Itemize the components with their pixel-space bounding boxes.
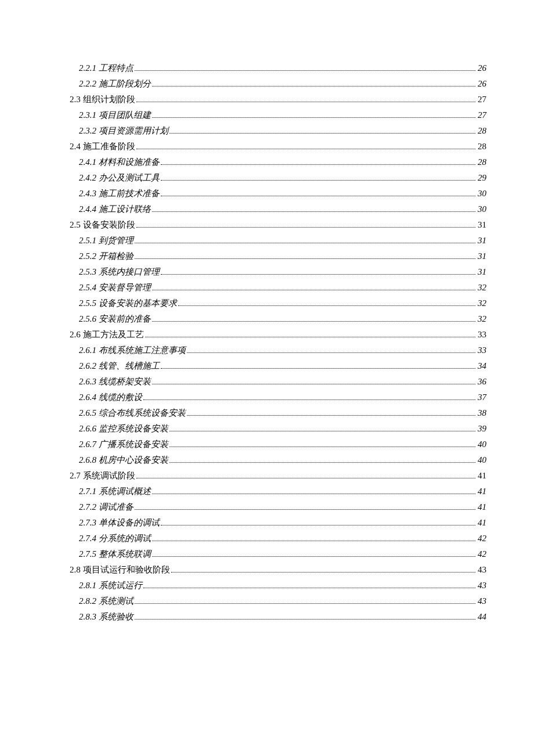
toc-entry-label: 2.6.6 监控系统设备安装 <box>79 423 168 434</box>
toc-leader-dots <box>152 86 475 87</box>
toc-entry-label: 2.6.8 机房中心设备安装 <box>79 455 168 466</box>
toc-entry-label: 2.4.2 办公及测试工具 <box>79 172 160 183</box>
toc-entry-page: 43 <box>478 581 486 591</box>
toc-leader-dots <box>161 525 475 525</box>
toc-entry: 2.8 项目试运行和验收阶段43 <box>70 564 486 575</box>
toc-entry-label: 2.5.6 安装前的准备 <box>79 314 151 325</box>
toc-entry: 2.6.3 线缆桥架安装36 <box>70 376 486 387</box>
toc-entry-page: 29 <box>478 173 486 183</box>
toc-entry: 2.6.7 广播系统设备安装40 <box>70 439 486 450</box>
toc-entry: 2.4.2 办公及测试工具29 <box>70 172 486 183</box>
toc-leader-dots <box>169 447 475 447</box>
toc-entry-label: 2.8.3 系统验收 <box>79 611 134 622</box>
toc-entry-page: 40 <box>478 440 486 449</box>
toc-entry: 2.8.2 系统测试43 <box>70 596 486 607</box>
toc-leader-dots <box>169 462 475 463</box>
toc-entry-label: 2.6.4 线缆的敷设 <box>79 392 142 403</box>
toc-entry-page: 31 <box>478 267 486 277</box>
toc-entry-page: 39 <box>478 424 486 434</box>
toc-entry: 2.6 施工方法及工艺33 <box>70 329 486 340</box>
toc-entry-page: 41 <box>478 502 486 512</box>
toc-entry: 2.2.2 施工阶段划分26 <box>70 78 486 89</box>
toc-entry-label: 2.4 施工准备阶段 <box>70 141 135 152</box>
toc-entry-label: 2.6.1 布线系统施工注意事项 <box>79 345 186 356</box>
toc-entry-page: 43 <box>478 596 486 606</box>
toc-entry-page: 33 <box>478 330 486 340</box>
toc-entry-label: 2.8 项目试运行和验收阶段 <box>70 564 170 575</box>
toc-entry-label: 2.6.3 线缆桥架安装 <box>79 376 151 387</box>
toc-leader-dots <box>135 603 475 604</box>
toc-entry-label: 2.7.5 整体系统联调 <box>79 549 151 560</box>
toc-leader-dots <box>161 164 475 165</box>
toc-list: 2.2.1 工程特点262.2.2 施工阶段划分262.3 组织计划阶段272.… <box>70 63 486 622</box>
toc-entry-page: 41 <box>478 487 486 496</box>
toc-entry-page: 28 <box>478 126 486 136</box>
toc-entry: 2.7.2 调试准备41 <box>70 502 486 513</box>
toc-entry: 2.5.3 系统内接口管理31 <box>70 267 486 278</box>
toc-entry-page: 38 <box>478 408 486 418</box>
toc-leader-dots <box>135 258 475 259</box>
toc-entry: 2.5.4 安装督导管理32 <box>70 282 486 293</box>
toc-leader-dots <box>152 117 475 118</box>
toc-leader-dots <box>152 494 475 494</box>
toc-entry-label: 2.8.1 系统试运行 <box>79 580 142 591</box>
toc-entry-page: 33 <box>478 345 486 355</box>
toc-entry-page: 41 <box>478 518 486 528</box>
toc-entry: 2.6.5 综合布线系统设备安装38 <box>70 408 486 419</box>
toc-entry: 2.3.2 项目资源需用计划28 <box>70 125 486 136</box>
toc-entry-page: 42 <box>478 549 486 559</box>
toc-leader-dots <box>135 509 475 510</box>
toc-entry: 2.5.1 到货管理31 <box>70 235 486 246</box>
toc-entry-label: 2.5 设备安装阶段 <box>70 219 135 231</box>
toc-entry: 2.5 设备安装阶段31 <box>70 219 486 231</box>
toc-entry: 2.4.3 施工前技术准备30 <box>70 188 486 199</box>
toc-entry-label: 2.2.2 施工阶段划分 <box>79 78 151 89</box>
toc-entry: 2.3.1 项目团队组建27 <box>70 110 486 121</box>
toc-leader-dots <box>135 70 475 71</box>
toc-entry-page: 26 <box>478 79 486 89</box>
toc-entry-label: 2.5.3 系统内接口管理 <box>79 267 160 278</box>
toc-entry-label: 2.7 系统调试阶段 <box>70 470 135 481</box>
toc-entry: 2.5.6 安装前的准备32 <box>70 314 486 325</box>
toc-entry-label: 2.6.2 线管、线槽施工 <box>79 361 160 372</box>
toc-entry: 2.3 组织计划阶段27 <box>70 94 486 105</box>
toc-leader-dots <box>143 399 475 400</box>
toc-entry-page: 28 <box>478 142 486 152</box>
toc-entry: 2.4 施工准备阶段28 <box>70 141 486 152</box>
toc-entry: 2.7 系统调试阶段41 <box>70 470 486 481</box>
toc-entry: 2.6.6 监控系统设备安装39 <box>70 423 486 434</box>
toc-entry-page: 41 <box>478 471 486 481</box>
toc-page: 2.2.1 工程特点262.2.2 施工阶段划分262.3 组织计划阶段272.… <box>0 0 534 756</box>
toc-entry: 2.6.8 机房中心设备安装40 <box>70 455 486 466</box>
toc-entry-label: 2.4.3 施工前技术准备 <box>79 188 160 199</box>
toc-entry-page: 30 <box>478 204 486 214</box>
toc-leader-dots <box>187 415 475 416</box>
toc-entry-page: 27 <box>478 110 486 120</box>
toc-entry-page: 40 <box>478 455 486 465</box>
toc-leader-dots <box>161 368 475 369</box>
toc-entry: 2.7.5 整体系统联调42 <box>70 549 486 560</box>
toc-leader-dots <box>161 180 475 181</box>
toc-entry-label: 2.7.2 调试准备 <box>79 502 134 513</box>
toc-leader-dots <box>152 556 475 557</box>
toc-leader-dots <box>161 274 475 275</box>
toc-entry-label: 2.4.4 施工设计联络 <box>79 204 151 215</box>
toc-leader-dots <box>152 321 475 322</box>
toc-entry-page: 32 <box>478 283 486 293</box>
toc-leader-dots <box>152 541 475 541</box>
toc-entry: 2.5.5 设备安装的基本要求32 <box>70 298 486 309</box>
toc-entry-page: 31 <box>478 236 486 246</box>
toc-leader-dots <box>145 337 476 337</box>
toc-leader-dots <box>152 290 475 290</box>
toc-leader-dots <box>169 133 475 134</box>
toc-leader-dots <box>143 588 475 588</box>
toc-entry-label: 2.3 组织计划阶段 <box>70 94 135 105</box>
toc-entry-label: 2.6 施工方法及工艺 <box>70 329 144 340</box>
toc-leader-dots <box>171 572 476 573</box>
toc-leader-dots <box>136 478 476 478</box>
toc-entry: 2.5.2 开箱检验31 <box>70 251 486 262</box>
toc-entry-label: 2.3.2 项目资源需用计划 <box>79 125 168 136</box>
toc-leader-dots <box>152 384 475 384</box>
toc-leader-dots <box>136 227 476 228</box>
toc-entry: 2.4.1 材料和设施准备28 <box>70 157 486 168</box>
